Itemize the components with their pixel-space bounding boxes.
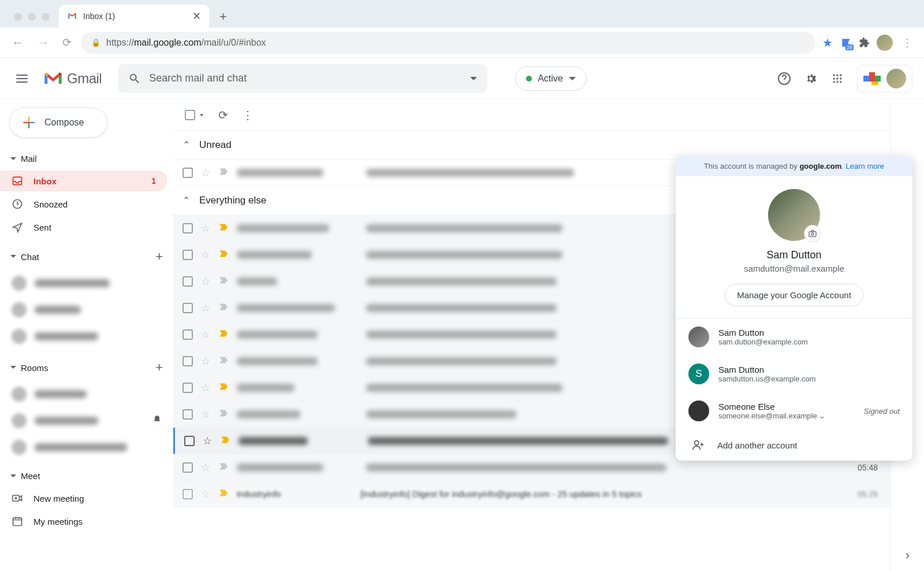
sidebar-item-inbox[interactable]: Inbox 1 xyxy=(0,170,167,191)
sidebar-item-sent[interactable]: Sent xyxy=(0,217,167,238)
section-chat-header[interactable]: Chat + xyxy=(6,244,167,269)
mute-icon xyxy=(152,415,162,427)
close-dot[interactable] xyxy=(14,13,22,21)
search-options-caret[interactable] xyxy=(470,77,477,84)
account-row[interactable]: S Sam Dutton samdutton.us@example.com xyxy=(676,355,912,392)
row-checkbox[interactable] xyxy=(182,168,193,178)
org-chip[interactable] xyxy=(857,65,912,92)
calendar-icon xyxy=(12,516,23,527)
inbox-icon xyxy=(12,175,23,187)
mail-subject: [Industryinfo] Digest for industryinfo@g… xyxy=(360,489,642,499)
url-text: https://mail.google.com/mail/u/0/#inbox xyxy=(106,38,266,48)
svg-rect-20 xyxy=(13,518,22,525)
profile-avatar-app[interactable] xyxy=(886,69,906,88)
account-row[interactable]: Sam Dutton sam.dutton@example.com xyxy=(676,318,912,355)
chevron-up-icon: ⌃ xyxy=(182,195,190,206)
browser-tab[interactable]: Inbox (1) ✕ xyxy=(59,5,209,28)
new-tab-button[interactable]: + xyxy=(214,9,233,28)
account-row[interactable]: Someone Else someone.else@mail.example ⌄… xyxy=(676,392,912,429)
section-rooms-header[interactable]: Rooms + xyxy=(6,355,167,380)
important-icon[interactable] xyxy=(218,168,229,177)
video-plus-icon xyxy=(12,492,23,504)
profile-avatar-browser[interactable] xyxy=(877,35,893,51)
sidebar: Compose Mail Inbox 1 Snoozed Sent xyxy=(0,99,173,571)
add-chat-icon[interactable]: + xyxy=(155,249,163,264)
browser-menu-icon[interactable]: ⋮ xyxy=(899,33,916,53)
mail-time: 05:48 xyxy=(858,463,881,472)
compose-button[interactable]: Compose xyxy=(9,107,107,138)
apps-grid-icon[interactable] xyxy=(830,72,844,86)
manage-account-button[interactable]: Manage your Google Account xyxy=(725,284,863,306)
status-button[interactable]: Active xyxy=(515,66,587,91)
add-account-button[interactable]: Add another account xyxy=(676,429,912,461)
sidebar-item-new-meeting[interactable]: New meeting xyxy=(0,488,167,509)
back-button[interactable]: ← xyxy=(8,32,28,54)
svg-point-1 xyxy=(833,74,835,76)
close-tab-icon[interactable]: ✕ xyxy=(192,10,201,23)
add-room-icon[interactable]: + xyxy=(155,360,163,375)
forward-button[interactable]: → xyxy=(33,32,53,54)
important-icon[interactable] xyxy=(218,223,229,233)
svg-point-7 xyxy=(833,81,835,83)
popup-user-email: samdutton@mail.example xyxy=(744,264,844,273)
status-caret-icon xyxy=(569,77,576,84)
svg-rect-21 xyxy=(809,232,816,237)
svg-rect-11 xyxy=(869,72,875,81)
search-box[interactable]: Search mail and chat xyxy=(118,64,487,93)
person-add-icon xyxy=(692,439,705,451)
select-all-checkbox[interactable] xyxy=(185,110,195,120)
address-bar-row: ← → ⟳ 🔒 https://mail.google.com/mail/u/0… xyxy=(0,28,924,58)
section-mail-header[interactable]: Mail xyxy=(6,149,167,168)
settings-gear-icon[interactable] xyxy=(804,72,818,86)
caret-down-icon xyxy=(10,157,16,163)
svg-rect-12 xyxy=(875,76,881,81)
chat-contact[interactable] xyxy=(6,298,167,322)
reload-button[interactable]: ⟳ xyxy=(59,32,75,53)
svg-point-4 xyxy=(833,77,835,79)
gmail-logo-text: Gmail xyxy=(67,71,102,87)
section-meet-header[interactable]: Meet xyxy=(6,466,167,485)
account-avatar: S xyxy=(688,364,709,384)
popup-user-name: Sam Dutton xyxy=(766,249,821,261)
camera-icon[interactable] xyxy=(804,225,821,242)
learn-more-link[interactable]: Learn more xyxy=(846,162,884,170)
bookmark-star-icon[interactable]: ★ xyxy=(821,36,834,49)
lock-icon: 🔒 xyxy=(91,38,100,47)
mail-time: 05.25 xyxy=(858,490,881,499)
account-avatar xyxy=(688,401,709,421)
url-bar[interactable]: 🔒 https://mail.google.com/mail/u/0/#inbo… xyxy=(81,32,815,54)
gmail-logo-icon xyxy=(43,71,64,87)
select-caret-icon[interactable] xyxy=(200,114,204,118)
refresh-icon[interactable]: ⟳ xyxy=(218,108,228,122)
sidebar-item-snoozed[interactable]: Snoozed xyxy=(0,194,167,214)
svg-point-23 xyxy=(695,441,699,445)
main-menu-icon[interactable] xyxy=(12,68,32,90)
extensions-puzzle-icon[interactable] xyxy=(858,36,871,49)
tab-title: Inbox (1) xyxy=(83,12,187,21)
room-item[interactable] xyxy=(6,382,167,406)
help-icon[interactable] xyxy=(777,72,791,86)
org-lego-icon xyxy=(863,72,881,85)
room-item[interactable] xyxy=(6,435,167,459)
extension-badge-icon[interactable]: 28 xyxy=(840,36,852,49)
star-icon[interactable]: ☆ xyxy=(201,166,210,179)
svg-point-6 xyxy=(840,77,841,79)
popup-banner: This account is managed by google.com. L… xyxy=(676,156,912,176)
svg-point-3 xyxy=(840,74,841,76)
mail-row[interactable]: ☆ industryinfo [Industryinfo] Digest for… xyxy=(173,481,891,507)
room-item[interactable] xyxy=(6,409,167,433)
chat-contact[interactable] xyxy=(6,324,167,348)
chat-contact[interactable] xyxy=(6,271,167,295)
minimize-dot[interactable] xyxy=(28,13,36,21)
mail-toolbar: ⟳ ⋮ xyxy=(173,99,891,131)
more-icon[interactable]: ⋮ xyxy=(242,108,254,122)
plus-icon xyxy=(21,115,36,130)
compose-label: Compose xyxy=(44,117,84,128)
sidebar-item-my-meetings[interactable]: My meetings xyxy=(0,511,167,532)
maximize-dot[interactable] xyxy=(42,13,50,21)
section-unread[interactable]: ⌃ Unread xyxy=(173,131,891,160)
status-label: Active xyxy=(538,73,563,84)
svg-point-8 xyxy=(836,81,838,83)
gmail-logo[interactable]: Gmail xyxy=(43,71,102,87)
side-panel-expand-icon[interactable]: › xyxy=(906,548,910,563)
